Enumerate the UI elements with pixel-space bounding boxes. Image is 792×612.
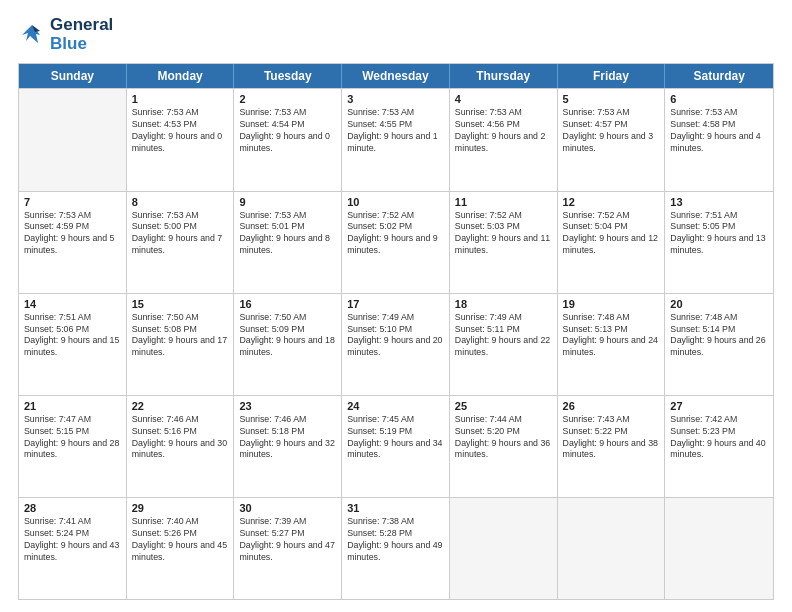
calendar-cell: 9Sunrise: 7:53 AMSunset: 5:01 PMDaylight… xyxy=(234,192,342,293)
calendar-cell: 21Sunrise: 7:47 AMSunset: 5:15 PMDayligh… xyxy=(19,396,127,497)
header: General Blue xyxy=(18,16,774,53)
day-number: 30 xyxy=(239,502,336,514)
calendar-cell: 6Sunrise: 7:53 AMSunset: 4:58 PMDaylight… xyxy=(665,89,773,190)
calendar-cell: 2Sunrise: 7:53 AMSunset: 4:54 PMDaylight… xyxy=(234,89,342,190)
calendar-cell: 17Sunrise: 7:49 AMSunset: 5:10 PMDayligh… xyxy=(342,294,450,395)
day-info: Sunrise: 7:41 AMSunset: 5:24 PMDaylight:… xyxy=(24,516,121,564)
day-number: 1 xyxy=(132,93,229,105)
day-info: Sunrise: 7:51 AMSunset: 5:05 PMDaylight:… xyxy=(670,210,768,258)
calendar: SundayMondayTuesdayWednesdayThursdayFrid… xyxy=(18,63,774,600)
calendar-cell: 13Sunrise: 7:51 AMSunset: 5:05 PMDayligh… xyxy=(665,192,773,293)
day-number: 10 xyxy=(347,196,444,208)
calendar-body: 1Sunrise: 7:53 AMSunset: 4:53 PMDaylight… xyxy=(19,88,773,599)
day-info: Sunrise: 7:43 AMSunset: 5:22 PMDaylight:… xyxy=(563,414,660,462)
day-number: 18 xyxy=(455,298,552,310)
calendar-header-cell: Tuesday xyxy=(234,64,342,88)
day-number: 13 xyxy=(670,196,768,208)
day-number: 26 xyxy=(563,400,660,412)
calendar-cell xyxy=(19,89,127,190)
day-info: Sunrise: 7:53 AMSunset: 5:00 PMDaylight:… xyxy=(132,210,229,258)
logo-text: General Blue xyxy=(50,16,113,53)
calendar-cell xyxy=(558,498,666,599)
calendar-cell: 3Sunrise: 7:53 AMSunset: 4:55 PMDaylight… xyxy=(342,89,450,190)
calendar-cell: 31Sunrise: 7:38 AMSunset: 5:28 PMDayligh… xyxy=(342,498,450,599)
day-info: Sunrise: 7:53 AMSunset: 4:59 PMDaylight:… xyxy=(24,210,121,258)
day-number: 7 xyxy=(24,196,121,208)
day-info: Sunrise: 7:52 AMSunset: 5:03 PMDaylight:… xyxy=(455,210,552,258)
day-number: 19 xyxy=(563,298,660,310)
day-number: 14 xyxy=(24,298,121,310)
day-info: Sunrise: 7:44 AMSunset: 5:20 PMDaylight:… xyxy=(455,414,552,462)
day-number: 15 xyxy=(132,298,229,310)
day-info: Sunrise: 7:51 AMSunset: 5:06 PMDaylight:… xyxy=(24,312,121,360)
day-number: 23 xyxy=(239,400,336,412)
calendar-cell: 25Sunrise: 7:44 AMSunset: 5:20 PMDayligh… xyxy=(450,396,558,497)
calendar-cell: 23Sunrise: 7:46 AMSunset: 5:18 PMDayligh… xyxy=(234,396,342,497)
day-info: Sunrise: 7:53 AMSunset: 4:57 PMDaylight:… xyxy=(563,107,660,155)
day-number: 2 xyxy=(239,93,336,105)
calendar-cell: 18Sunrise: 7:49 AMSunset: 5:11 PMDayligh… xyxy=(450,294,558,395)
day-info: Sunrise: 7:53 AMSunset: 4:53 PMDaylight:… xyxy=(132,107,229,155)
day-number: 4 xyxy=(455,93,552,105)
calendar-row: 1Sunrise: 7:53 AMSunset: 4:53 PMDaylight… xyxy=(19,88,773,190)
day-info: Sunrise: 7:48 AMSunset: 5:13 PMDaylight:… xyxy=(563,312,660,360)
calendar-cell: 4Sunrise: 7:53 AMSunset: 4:56 PMDaylight… xyxy=(450,89,558,190)
calendar-cell: 12Sunrise: 7:52 AMSunset: 5:04 PMDayligh… xyxy=(558,192,666,293)
day-number: 12 xyxy=(563,196,660,208)
day-number: 22 xyxy=(132,400,229,412)
calendar-cell: 11Sunrise: 7:52 AMSunset: 5:03 PMDayligh… xyxy=(450,192,558,293)
day-number: 6 xyxy=(670,93,768,105)
day-info: Sunrise: 7:49 AMSunset: 5:10 PMDaylight:… xyxy=(347,312,444,360)
calendar-cell: 27Sunrise: 7:42 AMSunset: 5:23 PMDayligh… xyxy=(665,396,773,497)
calendar-cell: 20Sunrise: 7:48 AMSunset: 5:14 PMDayligh… xyxy=(665,294,773,395)
day-number: 3 xyxy=(347,93,444,105)
page: General Blue SundayMondayTuesdayWednesda… xyxy=(0,0,792,612)
calendar-header-cell: Wednesday xyxy=(342,64,450,88)
day-number: 24 xyxy=(347,400,444,412)
svg-marker-0 xyxy=(22,25,40,43)
day-info: Sunrise: 7:48 AMSunset: 5:14 PMDaylight:… xyxy=(670,312,768,360)
day-info: Sunrise: 7:47 AMSunset: 5:15 PMDaylight:… xyxy=(24,414,121,462)
calendar-cell: 15Sunrise: 7:50 AMSunset: 5:08 PMDayligh… xyxy=(127,294,235,395)
day-info: Sunrise: 7:53 AMSunset: 5:01 PMDaylight:… xyxy=(239,210,336,258)
day-number: 8 xyxy=(132,196,229,208)
day-info: Sunrise: 7:46 AMSunset: 5:18 PMDaylight:… xyxy=(239,414,336,462)
day-info: Sunrise: 7:52 AMSunset: 5:04 PMDaylight:… xyxy=(563,210,660,258)
calendar-cell: 7Sunrise: 7:53 AMSunset: 4:59 PMDaylight… xyxy=(19,192,127,293)
day-info: Sunrise: 7:52 AMSunset: 5:02 PMDaylight:… xyxy=(347,210,444,258)
calendar-header-cell: Saturday xyxy=(665,64,773,88)
calendar-cell: 19Sunrise: 7:48 AMSunset: 5:13 PMDayligh… xyxy=(558,294,666,395)
calendar-cell: 8Sunrise: 7:53 AMSunset: 5:00 PMDaylight… xyxy=(127,192,235,293)
day-number: 27 xyxy=(670,400,768,412)
day-number: 31 xyxy=(347,502,444,514)
day-number: 5 xyxy=(563,93,660,105)
day-info: Sunrise: 7:53 AMSunset: 4:55 PMDaylight:… xyxy=(347,107,444,155)
calendar-cell: 28Sunrise: 7:41 AMSunset: 5:24 PMDayligh… xyxy=(19,498,127,599)
calendar-row: 7Sunrise: 7:53 AMSunset: 4:59 PMDaylight… xyxy=(19,191,773,293)
day-info: Sunrise: 7:53 AMSunset: 4:56 PMDaylight:… xyxy=(455,107,552,155)
day-number: 25 xyxy=(455,400,552,412)
calendar-header-cell: Monday xyxy=(127,64,235,88)
calendar-header-cell: Sunday xyxy=(19,64,127,88)
calendar-cell: 14Sunrise: 7:51 AMSunset: 5:06 PMDayligh… xyxy=(19,294,127,395)
day-info: Sunrise: 7:38 AMSunset: 5:28 PMDaylight:… xyxy=(347,516,444,564)
day-info: Sunrise: 7:50 AMSunset: 5:08 PMDaylight:… xyxy=(132,312,229,360)
calendar-cell: 22Sunrise: 7:46 AMSunset: 5:16 PMDayligh… xyxy=(127,396,235,497)
day-info: Sunrise: 7:45 AMSunset: 5:19 PMDaylight:… xyxy=(347,414,444,462)
calendar-row: 14Sunrise: 7:51 AMSunset: 5:06 PMDayligh… xyxy=(19,293,773,395)
day-number: 29 xyxy=(132,502,229,514)
day-number: 20 xyxy=(670,298,768,310)
calendar-cell: 30Sunrise: 7:39 AMSunset: 5:27 PMDayligh… xyxy=(234,498,342,599)
calendar-cell: 10Sunrise: 7:52 AMSunset: 5:02 PMDayligh… xyxy=(342,192,450,293)
day-info: Sunrise: 7:42 AMSunset: 5:23 PMDaylight:… xyxy=(670,414,768,462)
calendar-cell xyxy=(450,498,558,599)
day-number: 21 xyxy=(24,400,121,412)
calendar-cell: 26Sunrise: 7:43 AMSunset: 5:22 PMDayligh… xyxy=(558,396,666,497)
calendar-header: SundayMondayTuesdayWednesdayThursdayFrid… xyxy=(19,64,773,88)
calendar-cell: 1Sunrise: 7:53 AMSunset: 4:53 PMDaylight… xyxy=(127,89,235,190)
calendar-cell xyxy=(665,498,773,599)
calendar-row: 28Sunrise: 7:41 AMSunset: 5:24 PMDayligh… xyxy=(19,497,773,599)
calendar-row: 21Sunrise: 7:47 AMSunset: 5:15 PMDayligh… xyxy=(19,395,773,497)
day-number: 17 xyxy=(347,298,444,310)
day-info: Sunrise: 7:50 AMSunset: 5:09 PMDaylight:… xyxy=(239,312,336,360)
